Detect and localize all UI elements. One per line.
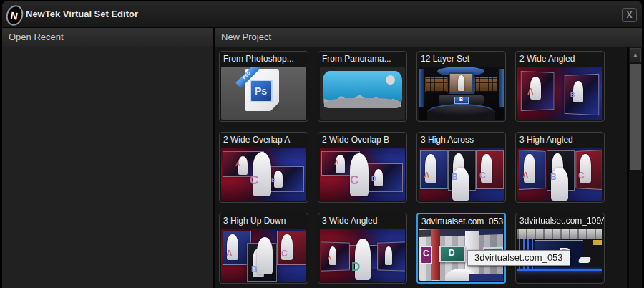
tile-label: 3 High Angled [516, 133, 604, 147]
desk [578, 257, 591, 263]
title-bar[interactable]: N NewTek Virtual Set Editor X [2, 1, 642, 28]
floor [517, 270, 602, 282]
tile-label: 3dvirtualset.com_109A [516, 213, 604, 228]
figure-silhouette [385, 246, 392, 265]
project-tile[interactable]: 12 Layer Set B [416, 51, 506, 122]
art-letter: Ps [255, 85, 267, 97]
figure-silhouette [458, 75, 464, 91]
monitor-wall-right [474, 77, 497, 92]
art-letter: D [449, 248, 455, 258]
art-letter: B [550, 172, 557, 182]
art-letter: A [328, 256, 331, 261]
tile-label: From Photoshop... [220, 52, 308, 66]
art-letter: D [351, 260, 360, 274]
project-tile[interactable]: 3 Wide Angled AD [318, 213, 407, 284]
project-grid: From Photoshop... PsPSD From Panorama...… [219, 51, 605, 284]
art-letter: B [271, 176, 276, 183]
monitor-wall-left [425, 77, 448, 92]
sun [386, 75, 395, 85]
floor [427, 104, 495, 120]
tile-label: From Panorama... [318, 52, 406, 66]
art-letter: B [251, 264, 258, 274]
tile-label: 3dvirtualset.com_053 [418, 214, 504, 229]
open-recent-panel: Open Recent [2, 28, 213, 288]
open-recent-list [2, 47, 213, 288]
window-title: NewTek Virtual Set Editor [26, 1, 138, 27]
close-button[interactable]: X [622, 8, 637, 22]
tile-thumbnail [320, 67, 405, 120]
art-letter: B [452, 172, 458, 182]
tile-thumbnail: ABC [320, 148, 405, 201]
tile-thumbnail: ABC [221, 148, 306, 201]
art-letter: B [459, 97, 463, 102]
new-project-panel: New Project From Photoshop... PsPSD From… [215, 28, 642, 288]
tile-thumbnail: PsPSD [221, 67, 306, 120]
project-tile[interactable]: 3 High Across ABC [416, 132, 506, 203]
scrollbar-thumb[interactable] [630, 64, 641, 170]
tile-label: 3 Wide Angled [318, 213, 406, 228]
art-letter: A [522, 171, 529, 181]
project-tile[interactable]: 3dvirtualset.com_109A B [515, 213, 605, 284]
logo-letter: N [10, 9, 19, 22]
app-window: N NewTek Virtual Set Editor X Open Recen… [2, 1, 642, 288]
neon-line [517, 269, 602, 271]
tile-thumbnail: ABC [419, 148, 504, 201]
project-tile[interactable]: From Photoshop... PsPSD [219, 51, 308, 122]
project-tile[interactable]: 3 High Up Down ABC [219, 213, 308, 284]
tile-thumbnail: B [419, 67, 504, 120]
new-project-body: From Photoshop... PsPSD From Panorama...… [215, 47, 642, 288]
tile-label: 2 Wide Angled [516, 52, 604, 66]
tile-thumbnail: AD [320, 229, 405, 282]
project-tile[interactable]: 2 Wide Angled AB [515, 51, 605, 122]
tile-label: 3 High Across [417, 133, 505, 147]
scroll-up-button[interactable]: ▲ [630, 48, 641, 62]
tile-thumbnail: ABC [221, 229, 306, 282]
art-letter: A [527, 87, 534, 97]
yellow-sign [593, 240, 602, 245]
project-tile[interactable]: From Panorama... [318, 51, 407, 122]
art-letter: A [334, 159, 339, 166]
art-letter: C [281, 249, 288, 259]
bottom-band [469, 274, 503, 281]
art-letter: C [250, 173, 258, 188]
figure-silhouette [257, 237, 273, 274]
project-tile[interactable]: 2 Wide Overlap A ABC [219, 132, 308, 203]
tile-label: 3 High Up Down [220, 213, 308, 228]
art-letter: A [226, 249, 233, 259]
art-letter: C [578, 171, 585, 181]
art-letter: C [479, 171, 486, 181]
project-tile[interactable]: 3dvirtualset.com_053 CDD [416, 213, 506, 284]
art-letter: A [235, 160, 240, 168]
ceiling [517, 229, 602, 239]
art-letter: B [371, 175, 376, 182]
tile-label: 12 Layer Set [417, 52, 505, 66]
project-tile[interactable]: 2 Wide Overlap B ABC [318, 132, 407, 203]
pillar-right [499, 69, 504, 107]
ground [324, 98, 401, 108]
tile-thumbnail: AB [517, 67, 602, 120]
main-body: Open Recent New Project From Photoshop..… [2, 28, 642, 288]
art-letter: C [423, 249, 429, 259]
open-recent-header: Open Recent [2, 28, 213, 47]
tooltip: 3dvirtualset.com_053 [467, 250, 570, 266]
scrollbar-track[interactable]: ▲ [629, 47, 642, 288]
tile-label: 2 Wide Overlap A [220, 133, 308, 147]
project-tile[interactable]: 3 High Angled ABC [515, 132, 605, 203]
tile-label: 2 Wide Overlap B [318, 133, 406, 147]
newtek-logo-icon: N [4, 3, 26, 28]
up-arrow-icon: ▲ [633, 52, 638, 58]
art-letter: A [424, 171, 430, 181]
new-project-header: New Project [215, 28, 642, 47]
art-letter: B [570, 91, 575, 98]
pillar-left [419, 69, 424, 107]
tile-thumbnail: ABC [517, 148, 602, 201]
art-letter: C [350, 173, 358, 188]
